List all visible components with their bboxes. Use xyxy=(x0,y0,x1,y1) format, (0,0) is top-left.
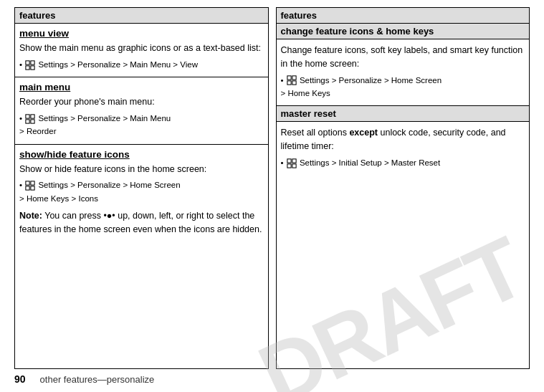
nav-bullet-3: • xyxy=(19,181,22,189)
settings-icon-5 xyxy=(287,158,297,168)
page-wrapper: features menu view Show the main menu as… xyxy=(0,0,544,392)
section-main-menu: main menu Reorder your phone's main menu… xyxy=(15,77,268,145)
menu-view-title: menu view xyxy=(19,28,264,39)
show-hide-note: Note: You can press •●• up, down, left, … xyxy=(19,209,264,236)
svg-rect-16 xyxy=(287,159,291,163)
right-column: features change feature icons & home key… xyxy=(276,7,530,369)
svg-rect-6 xyxy=(26,120,29,123)
svg-rect-10 xyxy=(26,186,29,190)
show-hide-title: show/hide feature icons xyxy=(19,149,264,160)
note-label: Note: xyxy=(19,211,42,221)
section-change-icons: change feature icons & home keys Change … xyxy=(277,24,530,106)
section-menu-view: menu view Show the main menu as graphic … xyxy=(15,24,268,77)
change-icons-body: Change feature icons, soft key labels, a… xyxy=(281,44,525,71)
change-icons-nav-text: Settings > Personalize > Home Screen> Ho… xyxy=(281,76,442,97)
left-column: features menu view Show the main menu as… xyxy=(14,7,269,369)
show-hide-nav-text: Settings > Personalize > Home Screen> Ho… xyxy=(19,181,181,202)
svg-rect-14 xyxy=(287,81,291,85)
nav-bullet-4: • xyxy=(281,76,284,85)
section-master-reset: master reset Reset all options except un… xyxy=(277,106,530,368)
svg-rect-8 xyxy=(26,181,29,185)
svg-rect-0 xyxy=(26,61,29,64)
svg-rect-19 xyxy=(292,164,296,168)
nav-bullet-5: • xyxy=(281,158,284,167)
svg-rect-13 xyxy=(292,76,296,80)
nav-bullet-2: • xyxy=(19,114,22,123)
menu-view-nav-text: Settings > Personalize > Main Menu > Vie… xyxy=(38,60,198,69)
settings-icon-4 xyxy=(287,75,297,85)
main-menu-body: Reorder your phone's main menu: xyxy=(19,95,264,109)
menu-view-body: Show the main menu as graphic icons or a… xyxy=(19,42,264,55)
settings-icon-3 xyxy=(25,181,35,191)
svg-rect-17 xyxy=(292,159,296,163)
section-show-hide: show/hide feature icons Show or hide fea… xyxy=(15,145,268,368)
note-body-text: You can press •●• up, down, left, or rig… xyxy=(19,211,262,234)
main-menu-nav: • Settings > Personalize > Main Menu> Re… xyxy=(19,112,264,138)
svg-rect-1 xyxy=(31,61,34,64)
settings-icon-2 xyxy=(25,114,35,124)
svg-rect-2 xyxy=(26,66,29,70)
left-col-header: features xyxy=(15,8,268,24)
svg-rect-3 xyxy=(31,66,34,70)
page-number: 90 xyxy=(14,373,26,385)
svg-rect-12 xyxy=(287,76,291,80)
master-reset-except: except xyxy=(349,128,378,138)
master-reset-before: Reset all options xyxy=(281,128,350,138)
page-footer: 90 other features—personalize xyxy=(14,369,530,385)
menu-view-nav: • Settings > Personalize > Main Menu > V… xyxy=(19,58,264,71)
master-reset-body: Reset all options except unlock code, se… xyxy=(281,126,525,153)
svg-rect-11 xyxy=(31,186,34,190)
change-icons-title: change feature icons & home keys xyxy=(277,24,530,39)
svg-rect-18 xyxy=(287,164,291,168)
master-reset-title: master reset xyxy=(277,106,530,122)
main-menu-title: main menu xyxy=(19,82,264,92)
nav-bullet: • xyxy=(19,60,22,69)
master-reset-nav: • Settings > Initial Setup > Master Rese… xyxy=(281,156,525,169)
show-hide-nav: • Settings > Personalize > Home Screen> … xyxy=(19,178,264,205)
change-icons-nav: • Settings > Personalize > Home Screen> … xyxy=(281,74,525,100)
right-col-header: features xyxy=(277,8,530,24)
main-menu-nav-text: Settings > Personalize > Main Menu> Reor… xyxy=(19,114,171,135)
footer-title: other features—personalize xyxy=(40,374,155,385)
svg-rect-5 xyxy=(31,115,34,118)
svg-rect-4 xyxy=(26,115,29,118)
svg-rect-9 xyxy=(31,181,34,185)
settings-icon xyxy=(25,60,35,70)
svg-rect-7 xyxy=(31,120,34,123)
content-area: features menu view Show the main menu as… xyxy=(14,7,530,369)
master-reset-nav-text: Settings > Initial Setup > Master Reset xyxy=(300,158,440,167)
show-hide-body: Show or hide feature icons in the home s… xyxy=(19,163,264,176)
svg-rect-15 xyxy=(292,81,296,85)
